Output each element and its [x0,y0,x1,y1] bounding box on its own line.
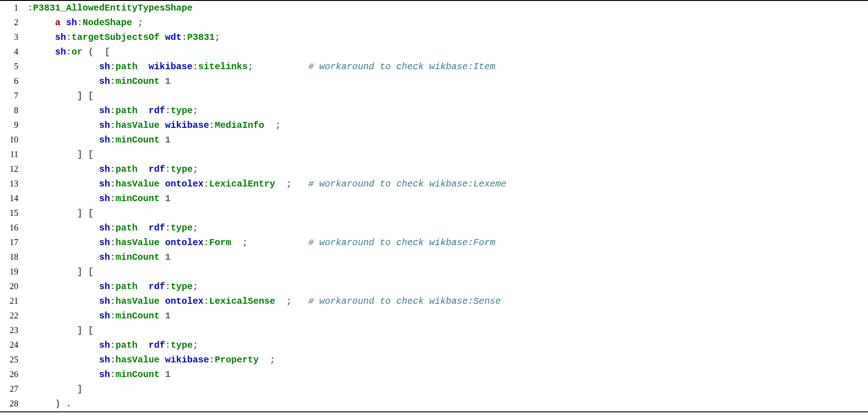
token [160,311,165,321]
token: hasValue [116,296,160,307]
token: sh [99,105,110,116]
token: : [110,105,116,116]
token: type [171,340,193,350]
token: # workaround to check wikbase:Form [308,237,495,248]
token: ; [270,355,275,365]
token: [ [88,267,94,277]
token: ; [193,281,198,292]
code-content: sh:minCount 1 [28,74,868,89]
code-line: 7 ] [ [0,89,868,104]
code-line: 13 sh:hasValue ontolex:LexicalEntry ; # … [0,177,868,192]
token [94,47,105,57]
line-number: 10 [0,133,28,147]
token: : [204,296,209,307]
line-number: 25 [0,353,28,367]
token [160,296,165,307]
code-line: 17 sh:hasValue ontolex:Form ; # workarou… [0,235,868,250]
token: [ [105,47,110,57]
token: sh [99,281,110,292]
token: : [165,105,171,116]
line-number: 6 [0,74,28,88]
token [28,135,99,145]
line-number: 4 [0,45,28,59]
token [160,355,165,365]
token: ] [77,384,83,394]
code-line: 28 ) . [0,397,868,411]
code-line: 23 ] [ [0,323,868,338]
token: ; [193,105,198,116]
token [83,47,88,57]
code-line: 22 sh:minCount 1 [0,309,868,323]
token: minCount [116,252,160,263]
line-number: 12 [0,162,28,176]
token [138,164,149,175]
token: : [204,179,209,189]
token [160,135,165,145]
token [61,17,66,28]
token: 1 [165,76,171,87]
token: P3831_AllowedEntityTypesShape [33,3,193,13]
code-content: sh:path rdf:type; [28,221,868,235]
token: : [209,120,215,131]
token [264,120,275,131]
token: or [72,47,83,57]
line-number: 3 [0,30,28,44]
token: ; [242,237,248,248]
line-number: 26 [0,367,28,381]
token: : [110,311,116,321]
code-content: sh:minCount 1 [28,192,868,206]
token [28,223,99,233]
code-line: 1:P3831_AllowedEntityTypesShape [0,1,868,16]
code-line: 2 a sh:NodeShape ; [0,16,868,30]
token: : [66,47,72,57]
code-content: sh:minCount 1 [28,367,868,382]
token: sh [55,32,66,43]
token: sh [99,193,110,204]
code-content: sh:path rdf:type; [28,338,868,353]
code-content: sh:or ( [ [28,45,868,60]
line-number: 28 [0,397,28,411]
code-line: 24 sh:path rdf:type; [0,338,868,353]
token: : [110,281,116,292]
token: [ [88,91,94,101]
line-number: 17 [0,235,28,249]
token: sh [99,252,110,263]
code-content: sh:targetSubjectsOf wdt:P3831; [28,30,868,45]
token: ; [286,179,292,189]
token: ; [138,17,143,28]
token: : [110,223,116,233]
token [28,61,99,72]
token: : [110,252,116,263]
token: : [110,369,116,380]
code-line: 12 sh:path rdf:type; [0,162,868,177]
token: minCount [116,76,160,87]
token [28,384,77,394]
token [83,325,88,336]
token: ( [88,47,94,57]
token: ] [77,267,83,277]
token: rdf [149,340,165,350]
token: [ [88,208,94,219]
token [160,193,165,204]
token: 1 [165,311,171,321]
token: ; [193,223,198,233]
token: wikibase [165,120,209,131]
token [275,179,286,189]
code-content: sh:minCount 1 [28,309,868,323]
token: # workaround to check wikbase:Lexeme [308,179,506,189]
code-content: ] [ [28,265,868,279]
code-content: a sh:NodeShape ; [28,16,868,30]
token: type [171,223,193,233]
token: : [110,61,116,72]
token: ; [215,32,220,43]
token [292,296,308,307]
token: wikibase [149,61,193,72]
token: ) [55,399,61,409]
token: type [171,105,193,116]
token: : [110,193,116,204]
token: sh [99,164,110,175]
line-number: 20 [0,279,28,293]
token: 1 [165,252,171,263]
token: : [110,237,116,248]
code-line: 25 sh:hasValue wikibase:Property ; [0,353,868,367]
